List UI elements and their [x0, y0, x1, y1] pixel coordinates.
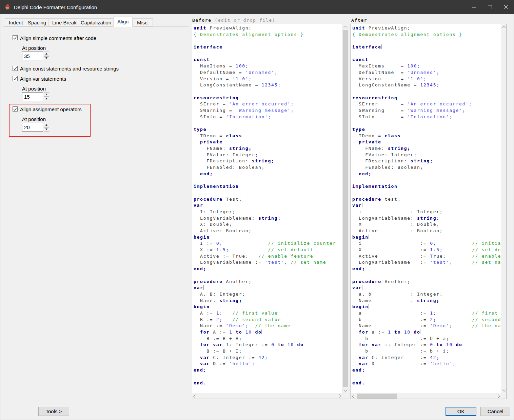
maximize-button[interactable] [482, 0, 498, 14]
var-position-down-button[interactable] [44, 97, 49, 101]
before-hint: (edit or drop file) [215, 18, 275, 23]
assign-position-up-button[interactable] [44, 123, 49, 127]
code-line: Name := 'Demo'; // the name [194, 323, 342, 329]
label-at-position-1: At position [22, 45, 46, 51]
tab-misc[interactable]: Misc. [133, 18, 153, 26]
code-line: var C: Integer := 42; [194, 355, 342, 361]
window-title: Delphi Code Formatter Configuration [14, 4, 466, 10]
tab-spacing[interactable]: Spacing [24, 18, 50, 26]
check-icon [13, 107, 17, 112]
code-line: procedure test; [352, 196, 501, 203]
scroll-thumb[interactable] [357, 394, 397, 399]
assign-position-input[interactable] [22, 123, 43, 132]
chevron-down-icon [343, 387, 347, 391]
var-position-input[interactable] [22, 92, 43, 101]
tab-align[interactable]: Align [113, 17, 133, 27]
scroll-down-arrow[interactable] [501, 387, 507, 393]
comments-position-down-button[interactable] [44, 56, 49, 61]
code-line: SInfo = 'Information'; [352, 114, 501, 120]
checkbox-align-const[interactable] [13, 66, 18, 71]
code-line: Name: string; [194, 298, 342, 304]
checkbox-align-assign[interactable] [13, 106, 18, 112]
scroll-up-arrow[interactable] [342, 24, 348, 30]
up-arrow-icon [45, 53, 47, 55]
code-line: SError = 'An error occurred'; [352, 101, 501, 107]
scroll-right-arrow[interactable] [495, 393, 501, 399]
code-line: LongVariableName: string; [352, 215, 501, 222]
up-arrow-icon [45, 94, 47, 95]
code-line: a, b : Integer; [352, 291, 501, 298]
tools-button[interactable]: Tools > [38, 407, 69, 416]
code-line [194, 177, 342, 184]
code-line: FEnabled: Boolean; [352, 164, 501, 171]
code-line: for a := 1 to 10 do [352, 329, 501, 336]
text-caret [381, 44, 382, 49]
code-line: end; [194, 171, 342, 177]
code-line: end. [352, 380, 501, 386]
code-line: const [194, 57, 342, 63]
scroll-up-arrow[interactable] [501, 24, 507, 30]
code-line: for A := 1 to 10 do [194, 329, 342, 336]
code-line: X := 1.5; // set default [194, 247, 342, 253]
scroll-left-arrow[interactable] [351, 393, 357, 399]
before-horizontal-scrollbar[interactable] [192, 393, 342, 399]
tab-capitalization[interactable]: Capitalization [77, 18, 115, 26]
code-line: { Demonstrates alignment options } [352, 32, 501, 38]
code-line [352, 38, 501, 44]
code-line: FDescription: string; [352, 158, 501, 164]
var-position-up-button[interactable] [44, 92, 49, 97]
code-line: Active : Boolean; [352, 228, 501, 234]
scroll-right-arrow[interactable] [336, 393, 342, 399]
code-line [352, 190, 501, 196]
code-line: b := 2; // second value [352, 317, 501, 323]
code-line: B := B + A; [194, 336, 342, 342]
code-line: interface [352, 44, 501, 51]
code-line: FValue: Integer; [194, 152, 342, 158]
before-vertical-scrollbar[interactable] [342, 24, 348, 393]
scroll-thumb[interactable] [343, 30, 348, 387]
code-line: var C: Integer := 42; [352, 355, 501, 361]
comments-position-up-button[interactable] [44, 52, 49, 56]
chevron-left-icon [193, 394, 197, 398]
checkbox-align-var[interactable] [13, 76, 18, 81]
scroll-down-arrow[interactable] [342, 387, 348, 393]
code-line: end; [352, 171, 501, 177]
code-line: procedure Test; [194, 196, 342, 203]
code-line [352, 177, 501, 184]
code-line: const [352, 57, 501, 63]
spinner-assign-position [22, 123, 49, 132]
code-line: FValue: Integer; [352, 152, 501, 158]
spinner-var-position [22, 92, 49, 101]
code-line: LongConstantName = 12345; [194, 82, 342, 88]
scroll-left-arrow[interactable] [192, 393, 198, 399]
assign-position-down-button[interactable] [44, 127, 49, 132]
code-line: Name : string; [352, 298, 501, 304]
label-align-comments: Align simple comments after code [20, 35, 96, 41]
code-line [194, 374, 342, 380]
before-title: Before [192, 18, 212, 23]
text-caret [420, 329, 420, 334]
code-line: B := 2; // second value [194, 317, 342, 323]
chevron-up-icon [343, 25, 347, 29]
down-arrow-icon [45, 98, 47, 100]
code-line: B := B + I; [194, 348, 342, 355]
comments-position-input[interactable] [22, 52, 43, 60]
close-button[interactable] [498, 0, 514, 14]
ok-button[interactable]: OK [446, 407, 476, 416]
cancel-button[interactable]: Cancel [480, 407, 510, 416]
code-line: begin [194, 234, 342, 241]
after-horizontal-scrollbar[interactable] [351, 393, 501, 399]
before-code[interactable]: unit PreviewAlign;{ Demonstrates alignme… [192, 24, 342, 393]
code-line: type [352, 126, 501, 133]
check-icon [13, 77, 17, 81]
text-caret [362, 285, 362, 290]
down-arrow-icon [45, 128, 47, 130]
code-line: for var i: Integer := 0 to 10 do [352, 342, 501, 348]
code-line: private [352, 139, 501, 145]
minimize-icon [472, 7, 476, 7]
chevron-right-icon [496, 394, 500, 398]
after-vertical-scrollbar[interactable] [501, 24, 507, 393]
code-line: end; [352, 367, 501, 374]
checkbox-align-comments[interactable] [13, 35, 18, 40]
minimize-button[interactable] [466, 0, 482, 14]
